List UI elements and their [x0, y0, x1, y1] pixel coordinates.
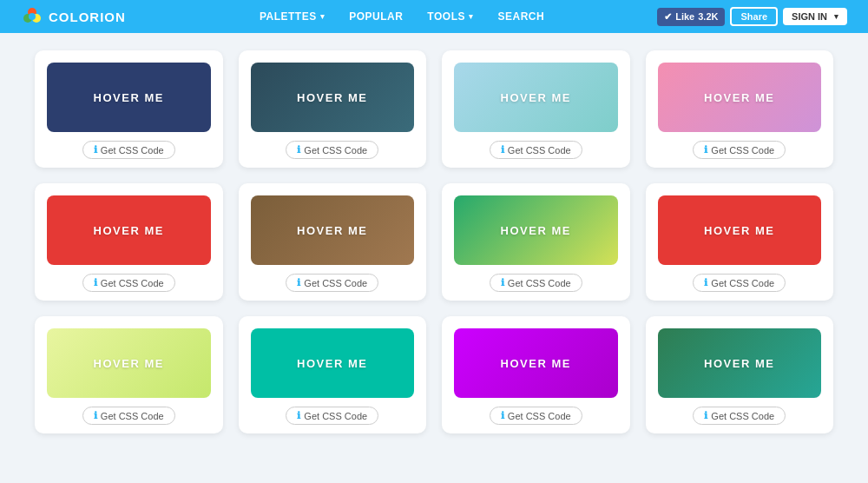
- css-label: Get CSS Code: [304, 145, 367, 155]
- logo[interactable]: COLORION: [21, 5, 126, 28]
- hover-label: HOVER ME: [501, 91, 571, 104]
- info-icon: ℹ: [704, 277, 707, 288]
- css-label: Get CSS Code: [508, 411, 571, 421]
- gradient-card: HOVER MEℹGet CSS Code: [239, 183, 427, 301]
- gradient-box[interactable]: HOVER ME: [454, 63, 618, 132]
- info-icon: ℹ: [704, 410, 707, 421]
- css-label: Get CSS Code: [101, 278, 164, 288]
- gradient-card: HOVER MEℹGet CSS Code: [442, 316, 630, 433]
- gradient-box[interactable]: HOVER ME: [251, 328, 415, 398]
- css-label: Get CSS Code: [304, 278, 367, 288]
- css-label: Get CSS Code: [711, 145, 774, 155]
- css-label: Get CSS Code: [711, 278, 774, 288]
- get-css-button[interactable]: ℹGet CSS Code: [490, 274, 582, 292]
- signin-chevron-icon: ▾: [834, 12, 838, 21]
- nav-palettes[interactable]: PALETTES ▾: [247, 0, 337, 33]
- tools-chevron-icon: ▾: [469, 12, 474, 21]
- gradient-card: HOVER MEℹGet CSS Code: [239, 316, 427, 433]
- info-icon: ℹ: [704, 144, 707, 155]
- gradient-card: HOVER MEℹGet CSS Code: [442, 183, 630, 301]
- gradient-box[interactable]: HOVER ME: [47, 328, 211, 398]
- gradient-box[interactable]: HOVER ME: [251, 63, 415, 132]
- css-label: Get CSS Code: [101, 145, 164, 155]
- hover-label: HOVER ME: [501, 224, 571, 237]
- info-icon: ℹ: [501, 144, 504, 155]
- gradient-card: HOVER MEℹGet CSS Code: [35, 183, 223, 301]
- gradient-box[interactable]: HOVER ME: [658, 328, 822, 398]
- gradient-box[interactable]: HOVER ME: [47, 195, 211, 265]
- gradient-card: HOVER MEℹGet CSS Code: [646, 50, 834, 168]
- hover-label: HOVER ME: [704, 224, 774, 237]
- get-css-button[interactable]: ℹGet CSS Code: [286, 274, 378, 292]
- info-icon: ℹ: [94, 410, 97, 421]
- nav-tools[interactable]: TOOLS ▾: [415, 0, 485, 33]
- checkmark-icon: ✔: [664, 11, 672, 23]
- hover-label: HOVER ME: [94, 224, 164, 237]
- gradient-card: HOVER MEℹGet CSS Code: [239, 50, 427, 168]
- get-css-button[interactable]: ℹGet CSS Code: [490, 141, 582, 159]
- navbar: COLORION PALETTES ▾ POPULAR TOOLS ▾ SEAR…: [0, 0, 868, 33]
- hover-label: HOVER ME: [94, 91, 164, 104]
- like-button[interactable]: ✔ Like 3.2K: [657, 8, 725, 26]
- logo-text: COLORION: [49, 10, 126, 24]
- hover-label: HOVER ME: [297, 224, 367, 237]
- palettes-chevron-icon: ▾: [320, 12, 326, 21]
- hover-label: HOVER ME: [297, 357, 367, 370]
- signin-button[interactable]: SIGN IN ▾: [783, 8, 847, 25]
- hover-label: HOVER ME: [704, 357, 774, 370]
- get-css-button[interactable]: ℹGet CSS Code: [693, 407, 786, 425]
- css-label: Get CSS Code: [101, 411, 164, 421]
- navbar-actions: ✔ Like 3.2K Share SIGN IN ▾: [657, 7, 847, 26]
- info-icon: ℹ: [297, 277, 300, 288]
- gradient-box[interactable]: HOVER ME: [658, 195, 822, 265]
- hover-label: HOVER ME: [501, 357, 571, 370]
- info-icon: ℹ: [94, 144, 97, 155]
- get-css-button[interactable]: ℹGet CSS Code: [490, 407, 582, 425]
- gradient-card: HOVER MEℹGet CSS Code: [442, 50, 630, 168]
- share-button[interactable]: Share: [730, 7, 778, 26]
- info-icon: ℹ: [501, 410, 504, 421]
- gradient-box[interactable]: HOVER ME: [47, 63, 211, 132]
- get-css-button[interactable]: ℹGet CSS Code: [286, 141, 378, 159]
- get-css-button[interactable]: ℹGet CSS Code: [693, 141, 786, 159]
- info-icon: ℹ: [501, 277, 504, 288]
- get-css-button[interactable]: ℹGet CSS Code: [82, 141, 175, 159]
- get-css-button[interactable]: ℹGet CSS Code: [286, 407, 378, 425]
- css-label: Get CSS Code: [711, 411, 774, 421]
- nav-popular[interactable]: POPULAR: [337, 0, 415, 33]
- css-label: Get CSS Code: [304, 411, 367, 421]
- hover-label: HOVER ME: [297, 91, 367, 104]
- main-content: HOVER MEℹGet CSS CodeHOVER MEℹGet CSS Co…: [0, 33, 868, 483]
- logo-icon: [21, 5, 43, 28]
- info-icon: ℹ: [297, 144, 300, 155]
- gradient-grid: HOVER MEℹGet CSS CodeHOVER MEℹGet CSS Co…: [35, 50, 833, 433]
- gradient-box[interactable]: HOVER ME: [454, 195, 618, 265]
- gradient-box[interactable]: HOVER ME: [658, 63, 822, 132]
- css-label: Get CSS Code: [508, 145, 571, 155]
- svg-point-3: [29, 13, 36, 20]
- info-icon: ℹ: [94, 277, 97, 288]
- gradient-card: HOVER MEℹGet CSS Code: [646, 183, 834, 301]
- get-css-button[interactable]: ℹGet CSS Code: [693, 274, 786, 292]
- navbar-links: PALETTES ▾ POPULAR TOOLS ▾ SEARCH: [147, 0, 657, 33]
- info-icon: ℹ: [297, 410, 300, 421]
- get-css-button[interactable]: ℹGet CSS Code: [82, 274, 175, 292]
- get-css-button[interactable]: ℹGet CSS Code: [82, 407, 175, 425]
- gradient-box[interactable]: HOVER ME: [454, 328, 618, 398]
- hover-label: HOVER ME: [704, 91, 774, 104]
- gradient-card: HOVER MEℹGet CSS Code: [35, 50, 223, 168]
- gradient-card: HOVER MEℹGet CSS Code: [35, 316, 223, 433]
- css-label: Get CSS Code: [508, 278, 571, 288]
- nav-search[interactable]: SEARCH: [485, 0, 556, 33]
- gradient-box[interactable]: HOVER ME: [251, 195, 415, 265]
- gradient-card: HOVER MEℹGet CSS Code: [646, 316, 834, 433]
- hover-label: HOVER ME: [94, 357, 164, 370]
